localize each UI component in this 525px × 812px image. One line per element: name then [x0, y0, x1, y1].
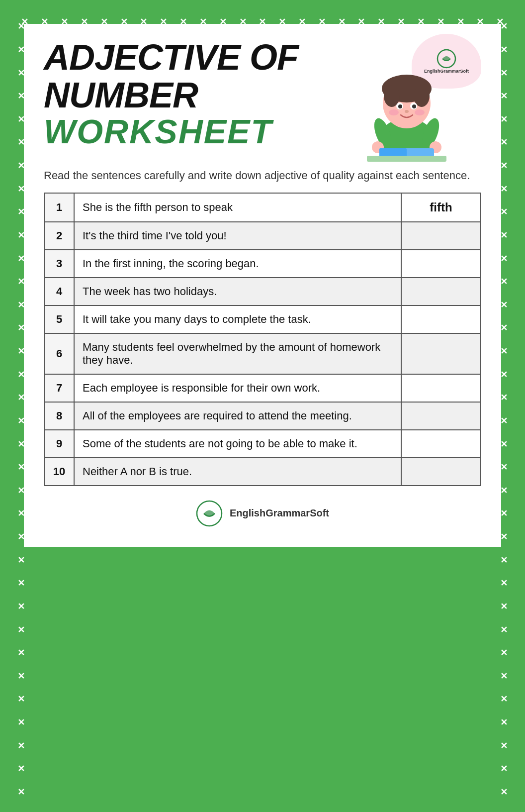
x-mark: ✕: [17, 672, 25, 681]
x-mark: ✕: [500, 301, 508, 309]
x-mark: ✕: [17, 648, 25, 657]
x-mark: ✕: [500, 695, 508, 704]
x-mark: ✕: [500, 115, 508, 124]
x-mark: ✕: [500, 161, 508, 170]
table-row: 1She is the fifth person to speakfifth: [44, 193, 481, 222]
x-mark: ✕: [17, 625, 25, 634]
row-number: 6: [44, 333, 74, 374]
x-mark: ✕: [500, 509, 508, 518]
x-mark: ✕: [500, 556, 508, 565]
row-number: 9: [44, 430, 74, 458]
x-mark: ✕: [500, 440, 508, 449]
footer-logo-icon: [196, 500, 223, 527]
x-mark: ✕: [500, 625, 508, 634]
row-sentence: Many students feel overwhelmed by the am…: [74, 333, 401, 374]
table-row: 7Each employee is responsible for their …: [44, 374, 481, 402]
x-mark: ✕: [500, 231, 508, 240]
row-number: 7: [44, 374, 74, 402]
svg-point-17: [389, 109, 399, 115]
x-mark: ✕: [17, 741, 25, 750]
svg-point-15: [398, 104, 402, 108]
footer-brand-text: EnglishGrammarSoft: [230, 508, 329, 519]
x-mark: ✕: [17, 579, 25, 588]
row-answer: [401, 305, 481, 333]
svg-point-18: [415, 109, 425, 115]
page-title-line2: NUMBER: [44, 77, 342, 114]
x-mark: ✕: [17, 602, 25, 611]
x-mark: ✕: [500, 185, 508, 194]
x-mark: ✕: [500, 486, 508, 495]
instructions-text: Read the sentences carefully and write d…: [44, 168, 481, 184]
footer: EnglishGrammarSoft: [44, 500, 481, 527]
x-mark: ✕: [500, 532, 508, 541]
x-mark: ✕: [500, 347, 508, 356]
x-mark: ✕: [500, 602, 508, 611]
row-sentence: It's the third time I've told you!: [74, 222, 401, 250]
table-row: 4The week has two holidays.: [44, 278, 481, 305]
page-wrapper: ✕ ✕ ✕ ✕ ✕ ✕ ✕ ✕ ✕ ✕ ✕ ✕ ✕ ✕ ✕ ✕ ✕ ✕ ✕ ✕ …: [15, 15, 510, 812]
row-answer: [401, 333, 481, 374]
x-mark: ✕: [500, 393, 508, 402]
x-mark: ✕: [500, 92, 508, 101]
table-row: 2It's the third time I've told you!: [44, 222, 481, 250]
x-mark: ✕: [17, 764, 25, 773]
row-sentence: All of the employees are required to att…: [74, 402, 401, 430]
x-mark: ✕: [500, 672, 508, 681]
row-answer: [401, 458, 481, 486]
svg-point-19: [405, 110, 409, 113]
row-number: 3: [44, 250, 74, 278]
x-mark: ✕: [500, 416, 508, 425]
x-mark: ✕: [500, 788, 508, 797]
x-mark: ✕: [500, 254, 508, 263]
row-answer: [401, 430, 481, 458]
table-row: 8All of the employees are required to at…: [44, 402, 481, 430]
row-answer: [401, 374, 481, 402]
row-sentence: In the first inning, the scoring began.: [74, 250, 401, 278]
x-mark: ✕: [17, 788, 25, 797]
table-row: 5It will take you many days to complete …: [44, 305, 481, 333]
header-image-area: EnglishGrammarSoft: [342, 34, 481, 163]
row-number: 5: [44, 305, 74, 333]
x-mark: ✕: [500, 277, 508, 286]
header-section: ADJECTIVE OF NUMBER WORKSHEET EnglishGra…: [44, 39, 481, 163]
row-sentence: Some of the students are not going to be…: [74, 430, 401, 458]
row-answer: [401, 402, 481, 430]
row-sentence: Neither A nor B is true.: [74, 458, 401, 486]
row-sentence: She is the fifth person to speak: [74, 193, 401, 222]
table-row: 10Neither A nor B is true.: [44, 458, 481, 486]
row-sentence: It will take you many days to complete t…: [74, 305, 401, 333]
footer-brand-name: EnglishGrammarSoft: [230, 508, 329, 519]
x-mark: ✕: [500, 370, 508, 379]
row-answer: [401, 250, 481, 278]
x-mark: ✕: [17, 556, 25, 565]
page-title-worksheet: WORKSHEET: [44, 114, 342, 149]
x-mark: ✕: [500, 138, 508, 147]
row-answer: [401, 222, 481, 250]
row-sentence: The week has two holidays.: [74, 278, 401, 305]
x-mark: ✕: [500, 69, 508, 78]
content-area: ADJECTIVE OF NUMBER WORKSHEET EnglishGra…: [24, 24, 501, 547]
row-number: 10: [44, 458, 74, 486]
row-sentence: Each employee is responsible for their o…: [74, 374, 401, 402]
x-mark: ✕: [17, 718, 25, 727]
worksheet-table: 1She is the fifth person to speakfifth2I…: [44, 193, 481, 486]
page-title-line1: ADJECTIVE OF: [44, 39, 342, 77]
table-row: 3In the first inning, the scoring began.: [44, 250, 481, 278]
x-mark: ✕: [500, 648, 508, 657]
x-mark: ✕: [500, 207, 508, 216]
svg-point-16: [412, 104, 416, 108]
x-mark: ✕: [500, 323, 508, 332]
x-mark: ✕: [500, 579, 508, 588]
x-mark: ✕: [500, 22, 508, 31]
border-right: ✕ ✕ ✕ ✕ ✕ ✕ ✕ ✕ ✕ ✕ ✕ ✕ ✕ ✕ ✕ ✕ ✕ ✕ ✕ ✕ …: [500, 15, 508, 812]
row-number: 4: [44, 278, 74, 305]
title-block: ADJECTIVE OF NUMBER WORKSHEET: [44, 39, 342, 150]
x-mark: ✕: [500, 718, 508, 727]
svg-rect-8: [367, 156, 446, 162]
row-number: 1: [44, 193, 74, 222]
x-mark: ✕: [17, 695, 25, 704]
character-illustration: [352, 49, 461, 163]
x-mark: ✕: [500, 463, 508, 472]
x-mark: ✕: [500, 741, 508, 750]
x-mark: ✕: [500, 45, 508, 54]
